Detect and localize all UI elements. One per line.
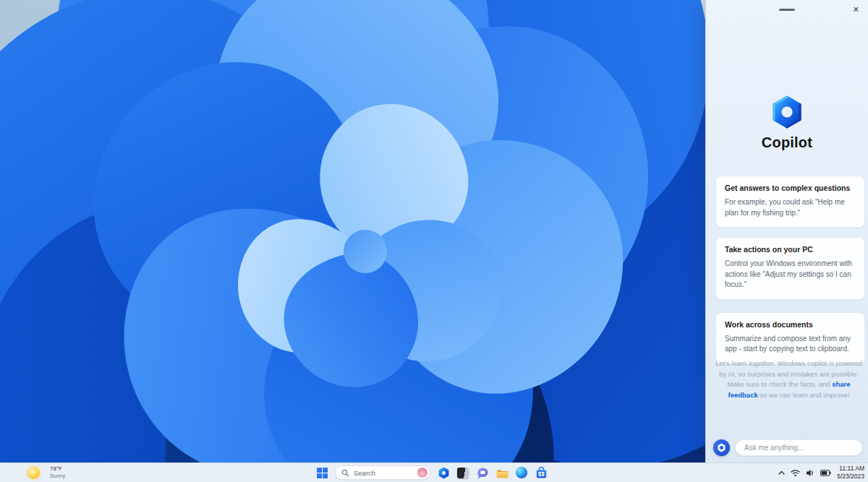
copilot-taskbar-icon[interactable] bbox=[438, 467, 450, 479]
card-body: Summarize and compose text from any app … bbox=[725, 334, 856, 355]
suggestion-cards: Get answers to complex questions For exa… bbox=[715, 176, 865, 374]
clock[interactable]: 11:11 AM 5/23/2023 bbox=[837, 465, 864, 481]
card-complex-questions[interactable]: Get answers to complex questions For exa… bbox=[715, 176, 865, 228]
windows-bloom-graphic bbox=[0, 0, 705, 462]
card-take-actions[interactable]: Take actions on your PC Control your Win… bbox=[715, 237, 865, 300]
ai-disclaimer: Let's learn together. Windows copilot is… bbox=[715, 358, 862, 401]
taskbar-center: Search bbox=[317, 463, 548, 482]
copilot-avatar-icon bbox=[713, 439, 730, 456]
edge-icon[interactable] bbox=[516, 467, 528, 479]
start-button[interactable] bbox=[317, 468, 328, 478]
wifi-icon[interactable] bbox=[791, 469, 800, 477]
app-window-icon[interactable] bbox=[457, 467, 469, 479]
card-title: Get answers to complex questions bbox=[725, 184, 856, 192]
weather-temperature: 78°F bbox=[50, 465, 65, 473]
volume-icon[interactable] bbox=[806, 469, 814, 477]
windows-desktop-screen: ✕ Copilot Get answers to complex questio… bbox=[0, 0, 868, 482]
copilot-logo-icon bbox=[770, 95, 804, 129]
system-tray: 11:11 AM 5/23/2023 bbox=[778, 463, 864, 482]
search-box[interactable]: Search bbox=[335, 465, 430, 480]
card-body: For example, you could ask "Help me plan… bbox=[725, 197, 856, 218]
card-body: Control your Windows environment with ac… bbox=[725, 259, 856, 291]
copilot-panel: ✕ Copilot Get answers to complex questio… bbox=[705, 0, 868, 462]
card-title: Take actions on your PC bbox=[725, 245, 856, 254]
copilot-input-row bbox=[713, 439, 863, 456]
disclaimer-text: so we can learn and improve! bbox=[758, 391, 850, 399]
sun-icon bbox=[27, 467, 40, 479]
card-work-documents[interactable]: Work across documents Summarize and comp… bbox=[715, 312, 865, 364]
chat-icon[interactable] bbox=[477, 467, 489, 479]
search-highlight-image-icon bbox=[417, 468, 427, 478]
clock-time: 11:11 AM bbox=[837, 465, 864, 473]
file-explorer-icon[interactable] bbox=[496, 467, 509, 479]
store-icon[interactable] bbox=[535, 467, 548, 479]
chevron-up-icon[interactable] bbox=[778, 470, 785, 475]
battery-icon[interactable] bbox=[820, 470, 831, 476]
copilot-title: Copilot bbox=[706, 134, 868, 151]
clock-date: 5/23/2023 bbox=[837, 473, 864, 481]
card-title: Work across documents bbox=[725, 320, 856, 329]
ask-me-anything-input[interactable] bbox=[735, 439, 863, 456]
search-label: Search bbox=[354, 469, 413, 477]
desktop-wallpaper[interactable] bbox=[0, 0, 705, 462]
minimize-handle-icon[interactable] bbox=[779, 9, 795, 11]
close-icon[interactable]: ✕ bbox=[851, 4, 861, 16]
weather-text: 78°F Sunny bbox=[50, 465, 65, 479]
search-icon bbox=[341, 469, 349, 477]
taskbar: 78°F Sunny Search bbox=[0, 462, 868, 482]
weather-condition: Sunny bbox=[50, 473, 65, 479]
weather-widget[interactable]: 78°F Sunny bbox=[27, 463, 65, 482]
